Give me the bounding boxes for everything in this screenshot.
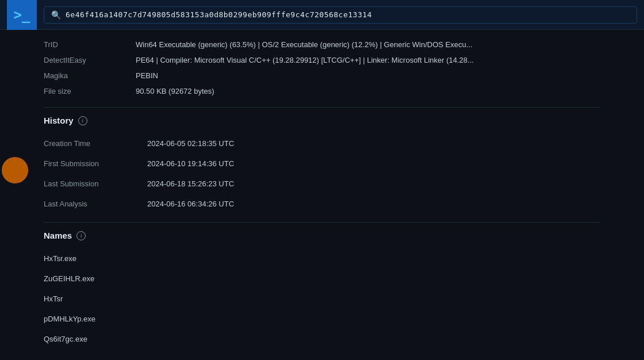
names-rows: HxTsr.exe ZuGEIHLR.exe HxTsr pDMHLkYp.ex… [0,248,644,349]
metadata-section: TrID Win64 Executable (generic) (63.5%) … [0,30,644,99]
divider-history [44,107,600,108]
avatar [0,155,30,185]
filesize-label: File size [44,87,124,95]
last-submission-value: 2024-06-18 15:26:23 UTC [147,179,234,188]
logo-icon: >_ [14,7,30,23]
name-item-4: Qs6it7gc.exe [44,329,600,349]
search-icon: 🔍 [51,10,61,20]
detectiteasy-value: PE64 | Compiler: Microsoft Visual C/C++ … [136,56,600,64]
top-bar: >_ 🔍 6e46f416a1407c7d749805d583153a0d8b0… [0,0,644,30]
creation-time-value: 2024-06-05 02:18:35 UTC [147,139,234,148]
first-submission-label: First Submission [44,159,136,168]
magika-row: Magika PEBIN [44,68,600,83]
logo-area: >_ [7,0,37,30]
filesize-value: 90.50 KB (92672 bytes) [136,87,600,95]
first-submission-value: 2024-06-10 19:14:36 UTC [147,159,234,168]
divider-names [44,222,600,223]
last-analysis-label: Last Analysis [44,200,136,208]
search-bar[interactable]: 🔍 6e46f416a1407c7d749805d583153a0d8b0299… [44,6,637,24]
creation-time-row: Creation Time 2024-06-05 02:18:35 UTC [44,133,600,154]
filesize-row: File size 90.50 KB (92672 bytes) [44,83,600,99]
last-submission-label: Last Submission [44,179,136,188]
last-analysis-value: 2024-06-16 06:34:26 UTC [147,200,234,208]
name-item-1: ZuGEIHLR.exe [44,269,600,289]
history-rows: Creation Time 2024-06-05 02:18:35 UTC Fi… [0,133,644,214]
first-submission-row: First Submission 2024-06-10 19:14:36 UTC [44,154,600,174]
last-submission-row: Last Submission 2024-06-18 15:26:23 UTC [44,174,600,194]
trid-row: TrID Win64 Executable (generic) (63.5%) … [44,37,600,52]
names-header: Names i [0,231,644,240]
history-title: History [44,116,74,125]
name-item-2: HxTsr [44,289,600,309]
detectiteasy-label: DetectItEasy [44,56,124,64]
name-item-3: pDMHLkYp.exe [44,309,600,329]
names-info-icon[interactable]: i [76,231,86,240]
detectiteasy-row: DetectItEasy PE64 | Compiler: Microsoft … [44,52,600,68]
trid-label: TrID [44,40,124,49]
magika-value: PEBIN [136,71,600,80]
history-info-icon[interactable]: i [78,116,87,125]
last-analysis-row: Last Analysis 2024-06-16 06:34:26 UTC [44,194,600,214]
history-header: History i [0,116,644,125]
names-title: Names [44,231,72,240]
search-hash: 6e46f416a1407c7d749805d583153a0d8b0299eb… [66,10,372,19]
trid-value: Win64 Executable (generic) (63.5%) | OS/… [136,40,600,49]
magika-label: Magika [44,71,124,80]
creation-time-label: Creation Time [44,139,136,148]
name-item-0: HxTsr.exe [44,248,600,269]
